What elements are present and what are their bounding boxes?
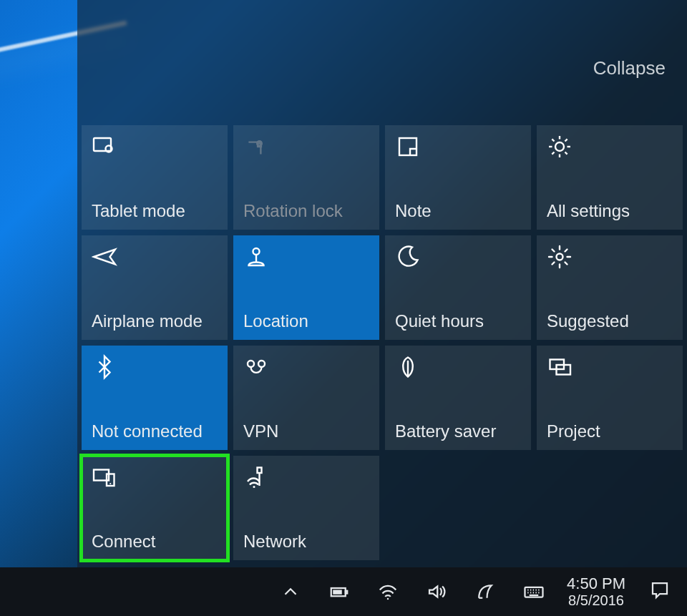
clock[interactable]: 4:50 PM 8/5/2016 (567, 575, 625, 609)
action-center-icon (649, 580, 671, 604)
vpn-icon (243, 354, 272, 383)
moon-icon (395, 244, 424, 273)
tile-label: Connect (92, 532, 218, 552)
tile-network[interactable]: Network (233, 456, 379, 560)
brightness-icon (547, 244, 575, 273)
svg-line-20 (552, 250, 555, 252)
pen-icon[interactable] (472, 579, 498, 605)
svg-point-24 (248, 361, 254, 367)
leaf-icon (395, 354, 424, 383)
svg-line-23 (565, 250, 567, 252)
action-center-button[interactable] (645, 577, 674, 606)
tile-bluetooth[interactable]: Not connected (82, 346, 228, 450)
system-tray (278, 579, 547, 605)
battery-icon[interactable] (326, 579, 352, 605)
tile-label: Airplane mode (92, 311, 218, 331)
collapse-button[interactable]: Collapse (593, 57, 666, 79)
tile-label: Project (547, 421, 673, 441)
tile-tablet-mode[interactable]: Tablet mode (82, 125, 228, 230)
tile-project[interactable]: Project (537, 346, 683, 450)
tile-battery-saver[interactable]: Battery saver (385, 346, 531, 450)
desktop-wallpaper: Collapse Tablet modeRotation lockNoteAll… (0, 0, 687, 616)
tile-label: All settings (547, 201, 673, 221)
project-icon (547, 354, 575, 383)
wifi-icon[interactable] (375, 579, 401, 605)
rotation-lock-icon (243, 134, 272, 162)
taskbar: 4:50 PM 8/5/2016 (0, 567, 687, 616)
svg-rect-32 (258, 468, 262, 474)
network-icon (243, 464, 272, 493)
svg-line-13 (565, 139, 567, 141)
tile-rotation-lock[interactable]: Rotation lock (233, 125, 379, 230)
tile-label: Suggested (547, 311, 673, 331)
svg-rect-37 (333, 590, 342, 595)
svg-point-38 (387, 598, 389, 600)
tile-label: Battery saver (395, 421, 521, 441)
bluetooth-icon (92, 354, 120, 383)
volume-icon[interactable] (424, 579, 449, 605)
tile-label: Not connected (92, 421, 218, 441)
gear-icon (547, 134, 575, 162)
svg-rect-0 (94, 138, 111, 151)
note-icon (395, 134, 424, 162)
tile-label: Network (243, 532, 369, 552)
svg-line-11 (565, 152, 567, 155)
tile-label: Note (395, 201, 521, 221)
tile-label: Quiet hours (395, 311, 521, 331)
tile-connect[interactable]: Connect (82, 456, 228, 560)
quick-action-tiles: Tablet modeRotation lockNoteAll settings… (82, 125, 683, 560)
tile-label: VPN (243, 421, 369, 441)
svg-line-21 (565, 263, 567, 265)
action-center-panel: Collapse Tablet modeRotation lockNoteAll… (77, 0, 687, 567)
tile-label: Rotation lock (243, 201, 369, 221)
tile-label: Tablet mode (92, 201, 218, 221)
svg-line-12 (552, 152, 554, 155)
airplane-icon (92, 244, 120, 273)
tile-note[interactable]: Note (385, 125, 531, 230)
tile-suggested[interactable]: Suggested (537, 235, 683, 340)
svg-point-25 (258, 361, 265, 367)
svg-point-5 (555, 142, 564, 151)
tray-overflow-icon[interactable] (278, 579, 303, 605)
tile-all-settings[interactable]: All settings (537, 125, 683, 230)
tile-label: Location (243, 311, 369, 331)
svg-rect-36 (346, 591, 348, 594)
connect-icon (92, 464, 120, 493)
tablet-mode-icon (92, 134, 120, 162)
tile-airplane-mode[interactable]: Airplane mode (82, 235, 228, 340)
svg-line-10 (552, 139, 554, 141)
svg-point-14 (253, 248, 260, 255)
tile-vpn[interactable]: VPN (233, 346, 379, 450)
keyboard-icon[interactable] (521, 579, 547, 605)
tile-location[interactable]: Location (233, 235, 379, 340)
svg-point-31 (109, 483, 111, 484)
clock-time: 4:50 PM (567, 575, 625, 592)
svg-point-34 (253, 486, 255, 488)
svg-point-15 (557, 254, 563, 260)
svg-line-22 (552, 263, 555, 265)
location-icon (243, 244, 272, 273)
clock-date: 8/5/2016 (567, 592, 625, 609)
tile-quiet-hours[interactable]: Quiet hours (385, 235, 531, 340)
